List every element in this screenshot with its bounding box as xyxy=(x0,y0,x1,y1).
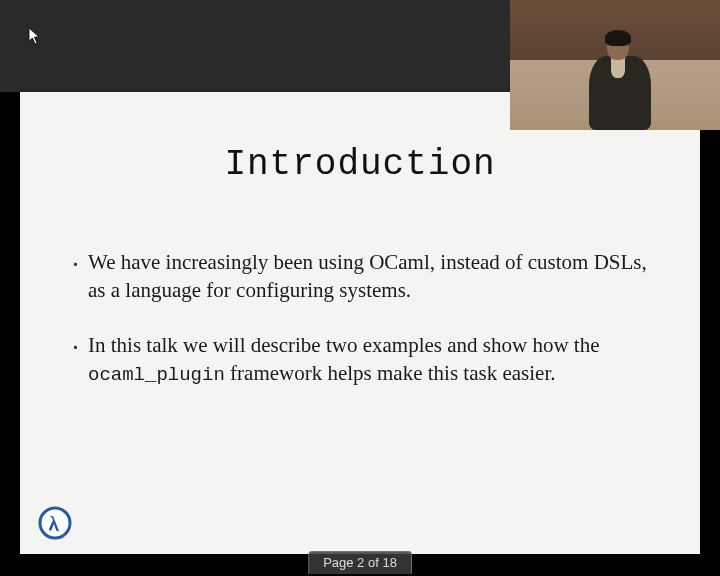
bullet-text-pre: In this talk we will describe two exampl… xyxy=(88,333,599,357)
bullet-item: We have increasingly been using OCaml, i… xyxy=(72,249,658,304)
presenter-video-thumbnail xyxy=(510,0,720,130)
bullet-text: We have increasingly been using OCaml, i… xyxy=(88,250,647,302)
presenter-figure xyxy=(585,28,655,130)
bullet-item: In this talk we will describe two exampl… xyxy=(72,332,658,388)
bullet-text-post: framework helps make this task easier. xyxy=(225,361,556,385)
slide: Introduction We have increasingly been u… xyxy=(20,92,700,554)
bullet-list: We have increasingly been using OCaml, i… xyxy=(20,249,700,388)
lambda-logo-icon xyxy=(38,506,72,540)
page-indicator: Page 2 of 18 xyxy=(308,551,412,574)
slide-title: Introduction xyxy=(20,144,700,185)
window-top-bar xyxy=(0,0,510,92)
bullet-code: ocaml_plugin xyxy=(88,364,225,386)
